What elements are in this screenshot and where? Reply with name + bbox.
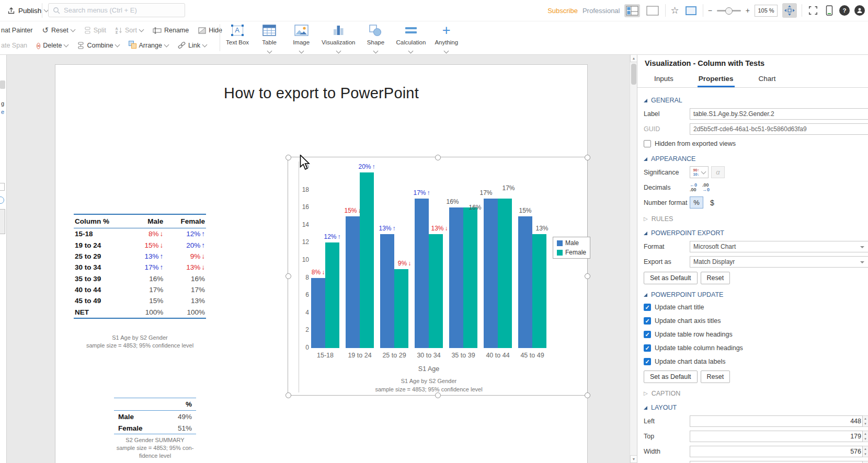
layout-plain-toggle[interactable] (645, 4, 660, 17)
bar-female-45 to 49[interactable] (532, 234, 546, 348)
decrease-decimals-icon[interactable]: .00 →0 (702, 183, 710, 192)
insert-button-visualization[interactable]: Visualization (322, 22, 355, 50)
reset-button[interactable]: Reset (701, 272, 730, 284)
alpha-button[interactable]: α (711, 166, 725, 178)
canvas-vertical-scrollbar[interactable]: ▲ ▼ (630, 54, 637, 463)
scroll-up-button[interactable]: ▲ (630, 54, 637, 62)
spinner-up-icon[interactable]: ▲ (863, 461, 868, 463)
row-label-cell[interactable]: 30 to 34 (74, 262, 131, 273)
crosstab-header-cell[interactable]: Column % (74, 214, 131, 228)
search-menus-input[interactable]: Search menus (Ctrl + E) (48, 3, 185, 17)
row-label-cell[interactable]: NET (74, 307, 131, 318)
scroll-down-button[interactable]: ▼ (630, 455, 637, 463)
row-label-cell[interactable]: 25 to 29 (74, 251, 131, 262)
page-title[interactable]: How to export to PowerPoint (55, 85, 587, 102)
row-label-cell[interactable]: 40 to 44 (74, 284, 131, 295)
format-dropdown[interactable]: Microsoft Chart (690, 241, 868, 252)
selection-handle[interactable] (585, 392, 590, 398)
checked-checkbox[interactable]: ✓ (644, 358, 651, 365)
profile-icon[interactable] (854, 5, 865, 16)
value-cell[interactable]: 51% (163, 422, 196, 434)
label-field[interactable]: table.S1.Age.by.S2.Gender.2 (690, 108, 868, 120)
male-value-cell[interactable]: 16% (131, 273, 164, 284)
publish-button[interactable]: Publish (4, 4, 51, 17)
female-value-cell[interactable]: 20%↑ (164, 239, 206, 250)
fullscreen-icon[interactable] (807, 4, 819, 17)
export-as-dropdown[interactable]: Match Displayr (690, 256, 868, 268)
bar-female-15-18[interactable] (325, 242, 339, 348)
row-label-cell[interactable]: 35 to 39 (74, 273, 131, 284)
selection-handle[interactable] (585, 273, 590, 279)
mobile-preview-icon[interactable] (824, 4, 835, 17)
female-value-cell[interactable]: 100% (164, 307, 206, 318)
section-layout[interactable]: LAYOUT (644, 404, 868, 411)
top-field[interactable]: 179 (690, 431, 863, 442)
crosstab-header-cell[interactable]: Female (164, 214, 206, 228)
width-field[interactable]: 576 (690, 446, 863, 457)
column-chart-visualization[interactable]: %1816141210864208%↓15%↓13%↑17%↑16%17%15%… (288, 157, 588, 396)
section-rules[interactable]: ▷ RULES (644, 215, 868, 223)
ribbon-button-arrange[interactable]: Arrange (129, 41, 168, 50)
selection-handle[interactable] (585, 155, 590, 160)
crosstab-header-cell[interactable]: Male (131, 214, 164, 228)
summary-table[interactable]: % Male49%Female51% (114, 398, 196, 434)
fit-to-screen-button[interactable] (782, 3, 797, 18)
spinner-control[interactable]: ▲▼ (863, 415, 868, 427)
design-canvas[interactable]: How to export to PowerPoint Column % Mal… (6, 54, 630, 463)
bar-male-40 to 44[interactable] (484, 199, 498, 348)
dollar-format-button[interactable]: $ (707, 196, 717, 209)
tab-properties[interactable]: Properties (698, 72, 735, 87)
height-field[interactable]: 416 (690, 461, 863, 463)
male-value-cell[interactable]: 15%↓ (131, 239, 164, 250)
ribbon-button-delete[interactable]: ×Delete (37, 42, 68, 49)
row-label-cell[interactable]: 45 to 49 (74, 295, 131, 306)
reset-button[interactable]: Reset (701, 371, 730, 383)
female-value-cell[interactable]: 12%↑ (164, 228, 206, 240)
bar-male-45 to 49[interactable] (518, 216, 532, 348)
hidden-from-exports-checkbox[interactable] (644, 140, 651, 147)
row-label-cell[interactable]: Female (114, 422, 163, 434)
increase-decimals-icon[interactable]: ←0 .00 (690, 183, 697, 192)
insert-button-text-box[interactable]: AText Box (226, 22, 249, 50)
female-value-cell[interactable]: 17% (164, 284, 206, 295)
set-as-default-button[interactable]: Set as Default (644, 371, 698, 383)
zoom-in-button[interactable]: + (746, 6, 750, 15)
spinner-up-icon[interactable]: ▲ (863, 446, 868, 452)
crosstab-table[interactable]: Column % Male Female 15-188%↓12%↑19 to 2… (74, 214, 206, 319)
zoom-slider[interactable] (717, 10, 741, 11)
bar-male-15-18[interactable] (311, 278, 325, 348)
ribbon-button-reset[interactable]: ↺Reset (42, 26, 74, 34)
male-value-cell[interactable]: 8%↓ (131, 228, 164, 240)
guid-field[interactable]: 2d5b5cff-cde6-46a1-bc51-9c5860d63fa9 (690, 123, 868, 135)
checked-checkbox[interactable]: ✓ (644, 331, 651, 338)
section-appearance[interactable]: APPEARANCE (644, 155, 868, 163)
selection-handle[interactable] (285, 273, 291, 279)
male-value-cell[interactable]: 13%↑ (131, 251, 164, 262)
insert-button-table[interactable]: Table (258, 22, 281, 50)
help-icon[interactable]: ? (839, 5, 850, 16)
insert-button-shape[interactable]: Shape (364, 22, 387, 50)
checked-checkbox[interactable]: ✓ (644, 304, 651, 311)
zoom-out-button[interactable]: − (708, 6, 712, 15)
set-as-default-button[interactable]: Set as Default (644, 272, 698, 284)
ribbon-button-link[interactable]: Link (178, 41, 207, 49)
section-general[interactable]: GENERAL (644, 97, 868, 104)
spinner-control[interactable]: ▲▼ (863, 431, 868, 442)
checked-checkbox[interactable]: ✓ (644, 317, 651, 325)
male-value-cell[interactable]: 17%↑ (131, 262, 164, 273)
insert-button-calculation[interactable]: Calculation (396, 22, 426, 50)
zoom-slider-knob[interactable] (725, 7, 733, 15)
checked-checkbox[interactable]: ✓ (644, 344, 651, 352)
ribbon-button-rename[interactable]: Rename (153, 27, 189, 34)
spinner-up-icon[interactable]: ▲ (863, 431, 868, 436)
bar-male-30 to 34[interactable] (415, 199, 429, 348)
selection-handle[interactable] (285, 155, 291, 160)
bar-female-25 to 29[interactable] (394, 269, 408, 348)
layout-with-panels-toggle[interactable] (624, 4, 640, 17)
bar-male-25 to 29[interactable] (380, 234, 394, 348)
subscribe-link[interactable]: Subscribe (547, 7, 578, 15)
legend-item-female[interactable]: Female (557, 249, 586, 256)
value-cell[interactable]: 49% (163, 411, 196, 423)
spinner-control[interactable]: ▲▼ (863, 446, 868, 457)
spinner-down-icon[interactable]: ▼ (863, 452, 868, 457)
